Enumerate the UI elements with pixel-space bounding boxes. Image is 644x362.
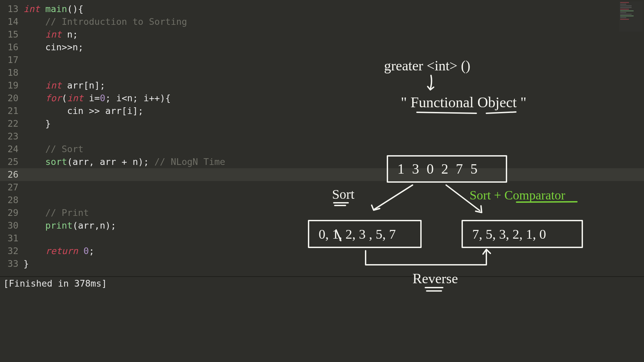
build-output: [Finished in 378ms] [0,276,644,290]
code-line[interactable]: 27 [0,181,644,194]
code-content[interactable]: } [23,257,29,270]
code-line[interactable]: 31 [0,232,644,245]
build-status-text: [Finished in 378ms] [3,278,107,289]
code-content[interactable]: print(arr,n); [23,219,116,232]
code-line[interactable]: 32 return 0; [0,245,644,257]
code-line[interactable]: 26 [0,168,644,181]
code-line[interactable]: 28 [0,194,644,206]
code-line[interactable]: 12 [0,0,644,3]
code-content[interactable]: int main(){ [23,3,84,15]
code-content[interactable]: int n; [23,28,78,41]
code-line[interactable]: 25 sort(arr, arr + n); // NLogN Time [0,156,644,168]
code-content[interactable]: return 0; [23,245,94,257]
line-number: 23 [0,130,23,143]
line-number: 17 [0,54,23,66]
line-number: 24 [0,143,23,156]
line-number: 27 [0,181,23,194]
code-content[interactable]: // Sort [23,143,84,156]
code-content[interactable]: int arr[n]; [23,79,105,92]
line-number: 29 [0,206,23,219]
line-number: 25 [0,156,23,168]
code-line[interactable]: 19 int arr[n]; [0,79,644,92]
code-line[interactable]: 33} [0,257,644,270]
code-line[interactable]: 16 cin>>n; [0,41,644,54]
line-number: 21 [0,105,23,117]
line-number: 28 [0,194,23,206]
code-line[interactable]: 13int main(){ [0,3,644,15]
code-content[interactable]: // Introduction to Sorting [23,15,187,28]
minimap[interactable] [619,1,643,32]
code-line[interactable]: 21 cin >> arr[i]; [0,105,644,117]
line-number: 16 [0,41,23,54]
code-line[interactable]: 17 [0,54,644,66]
code-line[interactable]: 23 [0,130,644,143]
line-number: 26 [0,168,23,181]
line-number: 32 [0,245,23,257]
line-number: 33 [0,257,23,270]
line-number: 30 [0,219,23,232]
code-line[interactable]: 15 int n; [0,28,644,41]
line-number: 22 [0,117,23,130]
code-line[interactable]: 20 for(int i=0; i<n; i++){ [0,92,644,105]
code-content[interactable]: sort(arr, arr + n); // NLogN Time [23,156,225,168]
code-content[interactable]: for(int i=0; i<n; i++){ [23,92,171,105]
code-line[interactable]: 30 print(arr,n); [0,219,644,232]
line-number: 13 [0,3,23,15]
line-number: 15 [0,28,23,41]
code-editor[interactable]: 1213int main(){14 // Introduction to Sor… [0,0,644,352]
line-number: 12 [0,0,23,3]
code-line[interactable]: 22 } [0,117,644,130]
code-content[interactable]: } [23,117,51,130]
line-number: 14 [0,15,23,28]
code-line[interactable]: 29 // Print [0,206,644,219]
code-line[interactable]: 14 // Introduction to Sorting [0,15,644,28]
line-number: 19 [0,79,23,92]
code-line[interactable]: 18 [0,66,644,79]
line-number: 18 [0,66,23,79]
code-content[interactable]: cin>>n; [23,41,84,54]
code-content[interactable]: // Print [23,206,89,219]
code-content[interactable]: cin >> arr[i]; [23,105,144,117]
line-number: 20 [0,92,23,105]
line-number: 31 [0,232,23,245]
code-line[interactable]: 24 // Sort [0,143,644,156]
